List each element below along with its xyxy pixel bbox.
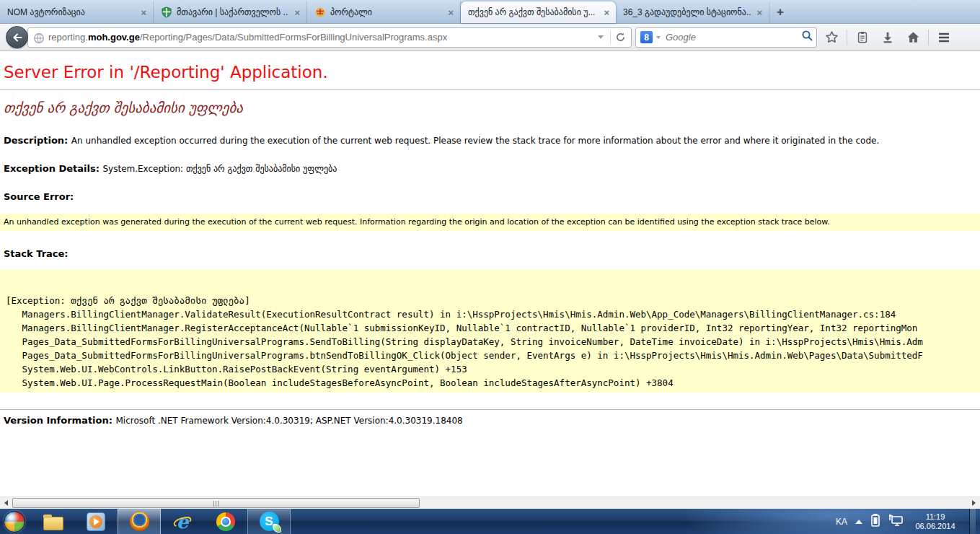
internet-explorer-icon: e xyxy=(172,512,193,532)
taskbar-explorer-button[interactable] xyxy=(31,509,74,534)
close-icon[interactable]: × xyxy=(602,7,611,18)
description-label: Description: xyxy=(4,135,71,146)
stack-trace-text: [Exception: თქვენ არ გაქვთ შესაბამისი უფ… xyxy=(0,270,980,390)
page-title: Server Error in '/Reporting' Application… xyxy=(4,63,980,82)
show-desktop-button[interactable] xyxy=(969,509,976,534)
tab-title: პორტალი xyxy=(330,7,442,17)
version-information-label: Version Information: xyxy=(4,415,115,426)
tab-error-page-active[interactable]: თქვენ არ გაქვთ შესაბამისი უ... × xyxy=(461,1,616,23)
scrollbar-grip xyxy=(213,501,219,507)
clock-time: 11:19 xyxy=(926,512,945,521)
clock-date: 06.06.2014 xyxy=(915,522,955,530)
network-icon[interactable] xyxy=(888,514,904,530)
bookmark-star-icon[interactable] xyxy=(821,27,842,48)
source-error-heading: Source Error: xyxy=(4,191,980,202)
explorer-folder-icon xyxy=(43,515,62,529)
stack-trace-heading: Stack Trace: xyxy=(4,248,980,259)
home-icon[interactable] xyxy=(902,27,924,48)
divider xyxy=(847,30,847,45)
battery-icon[interactable] xyxy=(870,513,880,530)
tab-title: 36_3 გადაუდებელი სტაციონა... xyxy=(623,7,751,17)
magnifier-icon[interactable] xyxy=(801,30,813,45)
downloads-icon[interactable] xyxy=(877,27,899,48)
taskbar: e S KA 11:19 06.06.2014 xyxy=(0,509,980,534)
search-engine-dropdown-icon[interactable] xyxy=(656,36,661,39)
divider xyxy=(0,409,980,410)
url-text: reporting.moh.gov.ge/Reporting/Pages/Dat… xyxy=(48,32,591,43)
stack-trace-box: [Exception: თქვენ არ გაქვთ შესაბამისი უფ… xyxy=(0,270,980,393)
close-icon[interactable]: × xyxy=(139,7,148,18)
divider xyxy=(0,89,980,90)
source-error-text: An unhandled exception was generated dur… xyxy=(4,217,830,227)
reload-icon[interactable] xyxy=(612,29,628,46)
divider xyxy=(928,30,929,45)
new-tab-button[interactable]: + xyxy=(769,3,791,22)
exception-details-line: Exception Details: System.Exception: თქვ… xyxy=(4,163,980,174)
firefox-icon xyxy=(130,512,149,531)
navigation-toolbar: reporting.moh.gov.ge/Reporting/Pages/Dat… xyxy=(0,24,980,51)
taskbar-chrome-button[interactable] xyxy=(204,509,247,534)
tab-nom-authorization[interactable]: NOM ავტორიზაცია × xyxy=(0,1,154,23)
screen: NOM ავტორიზაცია × მთავარი | საქართველოს … xyxy=(0,0,980,534)
tab-title: NOM ავტორიზაცია xyxy=(7,7,135,17)
url-dropdown-icon[interactable] xyxy=(593,29,609,46)
taskbar-internet-explorer-button[interactable]: e xyxy=(161,509,204,534)
bookmarks-menu-icon[interactable] xyxy=(852,27,873,48)
description-text: An unhandled exception occurred during t… xyxy=(71,136,879,146)
shield-favicon-icon xyxy=(161,6,172,18)
scrollbar-thumb[interactable] xyxy=(12,498,420,508)
close-icon[interactable]: × xyxy=(755,7,764,18)
divider xyxy=(610,31,611,44)
taskbar-media-player-button[interactable] xyxy=(74,509,118,534)
exception-details-text: System.Exception: თქვენ არ გაქვთ შესაბამ… xyxy=(102,164,337,174)
tab-portal[interactable]: პორტალი × xyxy=(307,1,461,23)
exception-details-label: Exception Details: xyxy=(4,163,102,174)
search-input[interactable] xyxy=(664,31,798,43)
search-bar[interactable]: 8 xyxy=(635,27,817,48)
source-error-box: An unhandled exception was generated dur… xyxy=(0,214,980,231)
taskbar-skype-button[interactable]: S xyxy=(247,509,291,534)
description-line: Description: An unhandled exception occu… xyxy=(4,135,980,146)
tab-title: თქვენ არ გაქვთ შესაბამისი უ... xyxy=(468,7,598,17)
language-indicator[interactable]: KA xyxy=(836,517,847,527)
tab-title: მთავარი | საქართველოს ... xyxy=(177,7,288,17)
emblem-favicon-icon xyxy=(314,6,326,18)
back-button[interactable] xyxy=(6,26,28,48)
scroll-right-arrow[interactable] xyxy=(968,497,980,509)
chrome-icon xyxy=(216,512,235,531)
show-hidden-icons-icon[interactable] xyxy=(855,520,862,524)
start-button[interactable] xyxy=(4,511,25,533)
page-subtitle: თქვენ არ გაქვთ შესაბამისი უფლება xyxy=(4,100,980,115)
globe-icon xyxy=(33,32,45,46)
horizontal-scrollbar[interactable] xyxy=(0,496,980,509)
menu-hamburger-icon[interactable] xyxy=(933,27,955,48)
tab-bar: NOM ავტორიზაცია × მთავარი | საქართველოს … xyxy=(0,0,980,24)
tab-36-3-inpatient[interactable]: 36_3 გადაუდებელი სტაციონა... × xyxy=(616,1,769,23)
scroll-left-arrow[interactable] xyxy=(0,497,12,509)
close-icon[interactable]: × xyxy=(446,7,455,18)
system-tray: KA 11:19 06.06.2014 xyxy=(836,509,980,534)
skype-icon: S xyxy=(260,512,279,531)
url-bar[interactable]: reporting.moh.gov.ge/Reporting/Pages/Dat… xyxy=(27,27,632,48)
version-information-line: Version Information: Microsoft .NET Fram… xyxy=(4,415,980,426)
taskbar-firefox-button[interactable] xyxy=(118,509,161,534)
tab-main-portal[interactable]: მთავარი | საქართველოს ... × xyxy=(154,1,307,23)
taskbar-clock[interactable]: 11:19 06.06.2014 xyxy=(912,512,958,531)
close-icon[interactable]: × xyxy=(293,7,301,18)
google-logo-icon: 8 xyxy=(640,31,653,43)
media-player-icon xyxy=(87,512,105,531)
version-information-text: Microsoft .NET Framework Version:4.0.303… xyxy=(115,416,462,426)
page-content: Server Error in '/Reporting' Application… xyxy=(0,51,980,496)
